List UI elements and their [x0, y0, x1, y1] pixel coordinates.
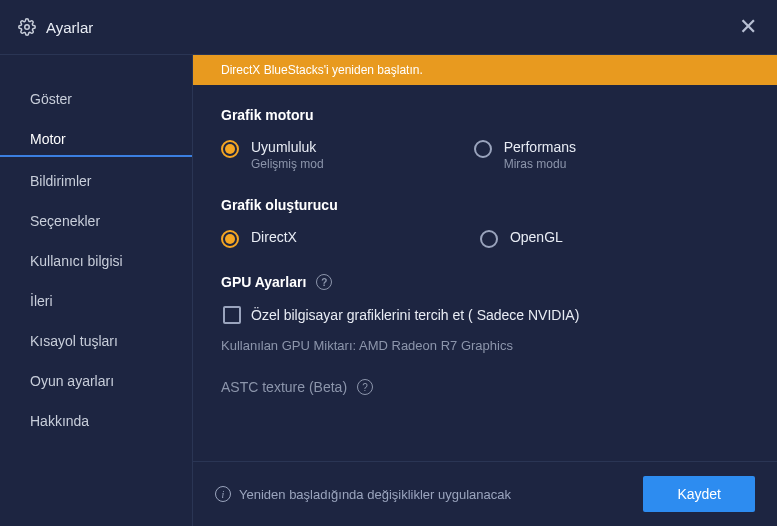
restart-alert: DirectX BlueStacks'i yeniden başlatın. — [193, 55, 777, 85]
renderer-option-opengl[interactable]: OpenGL — [480, 229, 563, 248]
astc-title-text: ASTC texture (Beta) — [221, 379, 347, 395]
gear-icon — [18, 18, 36, 36]
footer-note-text: Yeniden başladığında değişiklikler uygul… — [239, 487, 511, 502]
sidebar-item-bildirimler[interactable]: Bildirimler — [0, 161, 192, 201]
section-title-gpu: GPU Ayarları ? — [221, 274, 749, 290]
radio-sublabel: Gelişmiş mod — [251, 157, 324, 171]
renderer-options: DirectX OpenGL — [221, 229, 749, 248]
content-scroll[interactable]: Grafik motoru Uyumluluk Gelişmiş mod Per… — [193, 85, 777, 461]
gpu-checkbox-row[interactable]: Özel bilgisayar grafiklerini tercih et (… — [221, 306, 749, 324]
svg-point-0 — [25, 25, 30, 30]
titlebar-left: Ayarlar — [18, 18, 93, 36]
radio-label: Performans — [504, 139, 576, 155]
radio-labels: Performans Miras modu — [504, 139, 576, 171]
checkbox-icon — [223, 306, 241, 324]
radio-icon — [474, 140, 492, 158]
info-icon: i — [215, 486, 231, 502]
radio-labels: Uyumluluk Gelişmiş mod — [251, 139, 324, 171]
footer-note: i Yeniden başladığında değişiklikler uyg… — [215, 486, 511, 502]
close-icon[interactable]: ✕ — [737, 14, 759, 40]
sidebar-item-ileri[interactable]: İleri — [0, 281, 192, 321]
gpu-info-text: Kullanılan GPU Miktarı: AMD Radeon R7 Gr… — [221, 338, 749, 353]
footer: i Yeniden başladığında değişiklikler uyg… — [193, 461, 777, 526]
renderer-option-directx[interactable]: DirectX — [221, 229, 297, 248]
sidebar-item-oyun-ayarlari[interactable]: Oyun ayarları — [0, 361, 192, 401]
radio-label: Uyumluluk — [251, 139, 324, 155]
sidebar-item-goster[interactable]: Göster — [0, 79, 192, 119]
sidebar: Göster Motor Bildirimler Seçenekler Kull… — [0, 55, 192, 526]
modal-body: Göster Motor Bildirimler Seçenekler Kull… — [0, 55, 777, 526]
sidebar-item-kullanici-bilgisi[interactable]: Kullanıcı bilgisi — [0, 241, 192, 281]
sidebar-item-secenekler[interactable]: Seçenekler — [0, 201, 192, 241]
content-area: DirectX BlueStacks'i yeniden başlatın. G… — [192, 55, 777, 526]
engine-option-performans[interactable]: Performans Miras modu — [474, 139, 576, 171]
radio-icon — [221, 230, 239, 248]
sidebar-item-kisayol-tuslari[interactable]: Kısayol tuşları — [0, 321, 192, 361]
save-button[interactable]: Kaydet — [643, 476, 755, 512]
modal-title: Ayarlar — [46, 19, 93, 36]
section-title-astc: ASTC texture (Beta) ? — [221, 379, 749, 395]
engine-options: Uyumluluk Gelişmiş mod Performans Miras … — [221, 139, 749, 171]
sidebar-item-hakkinda[interactable]: Hakkında — [0, 401, 192, 441]
radio-label: DirectX — [251, 229, 297, 245]
radio-sublabel: Miras modu — [504, 157, 576, 171]
gpu-title-text: GPU Ayarları — [221, 274, 306, 290]
section-title-renderer: Grafik oluşturucu — [221, 197, 749, 213]
sidebar-item-motor[interactable]: Motor — [0, 119, 192, 157]
radio-icon — [480, 230, 498, 248]
radio-icon — [221, 140, 239, 158]
section-title-engine: Grafik motoru — [221, 107, 749, 123]
help-icon[interactable]: ? — [316, 274, 332, 290]
help-icon[interactable]: ? — [357, 379, 373, 395]
checkbox-label: Özel bilgisayar grafiklerini tercih et (… — [251, 307, 579, 323]
radio-label: OpenGL — [510, 229, 563, 245]
engine-option-uyumluluk[interactable]: Uyumluluk Gelişmiş mod — [221, 139, 324, 171]
settings-modal: Ayarlar ✕ Göster Motor Bildirimler Seçen… — [0, 0, 777, 526]
titlebar: Ayarlar ✕ — [0, 0, 777, 55]
